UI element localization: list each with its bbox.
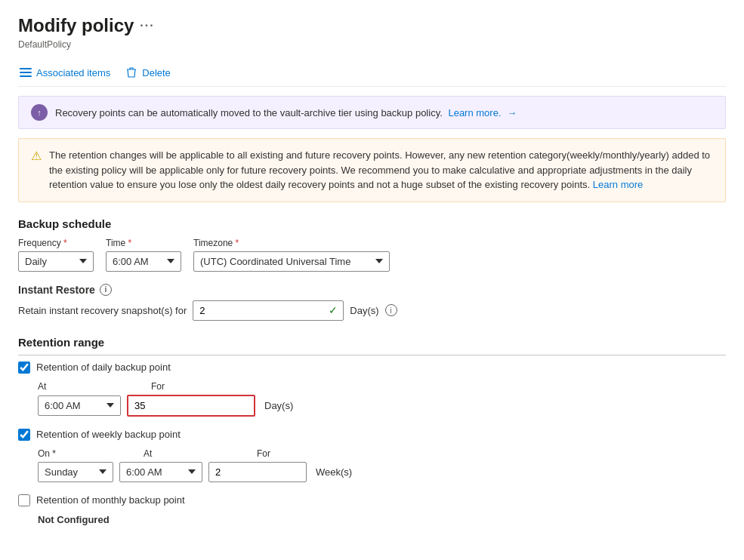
time-required: * — [128, 238, 132, 248]
daily-at-select[interactable]: 6:00 AM 12:00 AM — [38, 395, 121, 416]
daily-sub-inputs: 6:00 AM 12:00 AM Day(s) — [38, 395, 726, 417]
time-group: Time * 6:00 AM 12:00 AM 12:00 PM — [106, 238, 181, 272]
timezone-required: * — [236, 238, 239, 248]
instant-restore-section: Instant Restore i Retain instant recover… — [18, 284, 726, 321]
daily-checkbox-row: Retention of daily backup point — [18, 362, 726, 374]
associated-items-label: Associated items — [36, 67, 110, 78]
frequency-group: Frequency * Daily Weekly — [18, 238, 94, 272]
weekly-checkbox[interactable] — [18, 429, 30, 441]
associated-items-icon — [20, 66, 32, 78]
timezone-select[interactable]: (UTC) Coordinated Universal Time — [193, 251, 390, 272]
retention-range-title: Retention range — [18, 336, 726, 355]
retain-input[interactable] — [193, 300, 344, 321]
archive-banner-text: Recovery points can be automatically mov… — [55, 107, 517, 118]
weekly-sub-form: On * At For Sunday Monday Tuesday Wednes… — [38, 448, 726, 482]
daily-for-input[interactable] — [127, 395, 255, 417]
svg-rect-1 — [20, 72, 32, 73]
delete-button[interactable]: Delete — [124, 63, 172, 82]
frequency-required: * — [63, 238, 67, 248]
weekly-on-select[interactable]: Sunday Monday Tuesday Wednesday Thursday… — [38, 462, 113, 482]
monthly-checkbox-row: Retention of monthly backup point — [18, 494, 726, 506]
weekly-for-input[interactable] — [208, 462, 307, 482]
weekly-on-required: * — [52, 448, 56, 459]
page-title: Modify policy ··· — [18, 15, 155, 36]
daily-sub-labels: At For — [38, 381, 726, 392]
daily-sub-form: At For 6:00 AM 12:00 AM Day(s) — [38, 381, 726, 417]
weekly-unit-label: Week(s) — [316, 466, 352, 478]
retain-label: Retain instant recovery snapshot(s) for — [18, 305, 187, 316]
weekly-at-col-label: At — [144, 448, 227, 459]
frequency-select[interactable]: Daily Weekly — [18, 251, 94, 272]
retain-input-wrapper: ✓ — [193, 300, 344, 321]
instant-restore-title-text: Instant Restore — [18, 284, 95, 296]
time-select[interactable]: 6:00 AM 12:00 AM 12:00 PM — [106, 251, 181, 272]
daily-label: Retention of daily backup point — [36, 362, 171, 373]
weekly-on-col-label: On * — [38, 448, 113, 459]
weekly-label: Retention of weekly backup point — [36, 429, 181, 440]
retain-day-label: Day(s) — [350, 305, 378, 316]
archive-icon: ↑ — [31, 104, 48, 121]
monthly-checkbox[interactable] — [18, 494, 30, 506]
weekly-checkbox-row: Retention of weekly backup point — [18, 429, 726, 441]
retain-day-info-icon[interactable]: i — [385, 304, 397, 316]
frequency-label: Frequency * — [18, 238, 94, 248]
daily-unit-label: Day(s) — [264, 400, 293, 411]
archive-banner: ↑ Recovery points can be automatically m… — [18, 96, 726, 129]
warning-learn-more-link[interactable]: Learn more — [593, 179, 643, 190]
retain-check-icon: ✓ — [329, 304, 338, 316]
page-subtitle: DefaultPolicy — [18, 39, 726, 50]
monthly-label: Retention of monthly backup point — [36, 494, 185, 506]
warning-banner: ⚠ The retention changes will be applicab… — [18, 138, 726, 202]
instant-restore-title-row: Instant Restore i — [18, 284, 726, 296]
weekly-for-col-label: For — [257, 448, 270, 459]
warning-text: The retention changes will be applicable… — [49, 148, 713, 192]
warning-icon: ⚠ — [31, 149, 42, 163]
toolbar: Associated items Delete — [18, 59, 726, 87]
daily-checkbox[interactable] — [18, 362, 30, 374]
daily-for-col-label: For — [151, 381, 165, 392]
backup-schedule-title: Backup schedule — [18, 217, 726, 230]
backup-schedule-form: Frequency * Daily Weekly Time * 6:00 AM … — [18, 238, 726, 272]
delete-icon — [125, 66, 137, 78]
page-options-ellipsis[interactable]: ··· — [140, 19, 154, 32]
delete-label: Delete — [142, 67, 171, 78]
monthly-not-configured: Not Configured — [38, 514, 726, 525]
timezone-group: Timezone * (UTC) Coordinated Universal T… — [193, 238, 390, 272]
time-label: Time * — [106, 238, 181, 248]
archive-arrow: → — [507, 107, 517, 118]
daily-at-col-label: At — [38, 381, 121, 392]
svg-rect-2 — [20, 75, 32, 77]
archive-learn-more-link[interactable]: Learn more. — [448, 107, 501, 118]
retain-row: Retain instant recovery snapshot(s) for … — [18, 300, 726, 321]
weekly-sub-labels: On * At For — [38, 448, 726, 459]
timezone-label: Timezone * — [193, 238, 390, 248]
svg-rect-3 — [20, 68, 23, 69]
associated-items-button[interactable]: Associated items — [18, 63, 112, 82]
backup-schedule-section: Backup schedule Frequency * Daily Weekly… — [18, 217, 726, 272]
weekly-sub-inputs: Sunday Monday Tuesday Wednesday Thursday… — [38, 462, 726, 482]
instant-restore-info-icon[interactable]: i — [100, 284, 112, 296]
daily-for-input-wrapper — [127, 395, 255, 417]
weekly-at-select[interactable]: 6:00 AM 12:00 AM — [119, 462, 202, 482]
retention-range-section: Retention range Retention of daily backu… — [18, 336, 726, 525]
